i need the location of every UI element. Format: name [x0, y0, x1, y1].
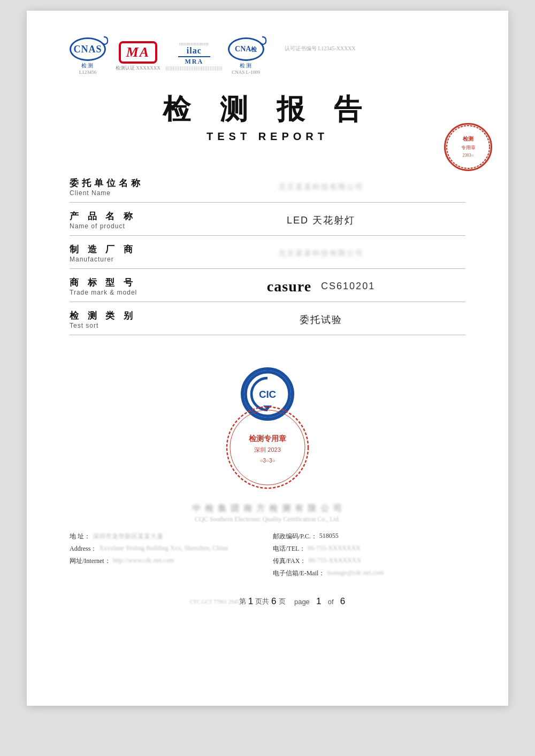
bottom-bar: CTC GCT 77901 2945 第 1 页共 6 页 page 1 of … — [190, 591, 345, 607]
web-row: 网址/Internet： http://www.cdc.net.com — [70, 557, 262, 566]
info-table: 委托单位名称 Client Name 北京某某科技有限公司 产 品 名 称 Na… — [70, 169, 465, 335]
manufacturer-value: 北京某某科技有限公司 — [177, 243, 465, 263]
cna2-sub: 检测 — [240, 62, 253, 70]
cna2-logo: CNA检 检测 CNAS L-1009 — [228, 37, 264, 75]
address-en-label: Address： — [70, 544, 97, 553]
svg-text:检测专用章: 检测专用章 — [248, 434, 286, 443]
manufacturer-label: 制 造 厂 商 Manufacturer — [70, 243, 177, 263]
fax-value: 86-755-XXXXXXX — [308, 557, 465, 566]
client-name-label: 委托单位名称 Client Name — [70, 177, 177, 197]
footer-section: CIC 检测专用章 深圳 2023 ○3○3○ 中 检 集 团 南 方 检 测 … — [70, 367, 465, 607]
company-en: CQC Southern Electronic Quality Certific… — [70, 515, 465, 523]
email-value: manage@cdc.net.com — [327, 569, 465, 578]
address-en-row: Address： Xxxxlane Testing Building Xxx, … — [70, 544, 262, 553]
company-name: 中 检 集 团 南 方 检 测 有 限 公 司 CQC Southern Ele… — [70, 503, 465, 523]
page-num-en: 1 — [316, 596, 321, 607]
address-value: 深圳市龙华新区某某大厦 — [93, 532, 262, 541]
of-label-cn: 页共 — [255, 597, 269, 606]
postcode-label: 邮政编码/P.C.： — [273, 532, 317, 541]
report-title: 检 测 报 告 TEST REPORT — [70, 91, 465, 143]
brand-model: CS610201 — [321, 281, 375, 292]
title-en: TEST REPORT — [70, 130, 465, 143]
manufacturer-row: 制 造 厂 商 Manufacturer 北京某某科技有限公司 — [70, 236, 465, 269]
svg-text:深圳 2023: 深圳 2023 — [254, 446, 281, 453]
title-cn: 检 测 报 告 — [70, 91, 465, 128]
page-number: 1 — [248, 596, 253, 607]
page-unit: 页 — [279, 597, 286, 606]
brand-name: casure — [267, 278, 311, 295]
cnas-text: CNAS — [73, 44, 102, 55]
accred-number: 认可证书编号 L12345-XXXXX — [285, 45, 356, 52]
email-row: 电子信箱/E-Mail： manage@cdc.net.com — [273, 569, 465, 578]
test-sort-value: 委托试验 — [177, 310, 465, 329]
svg-text:检测: 检测 — [462, 136, 473, 142]
total-pages: 6 — [271, 596, 276, 607]
bottom-code: CTC GCT 77901 2945 — [190, 599, 239, 605]
cic-logo: CIC 检测专用章 深圳 2023 ○3○3○ — [225, 367, 310, 492]
header-logos: CNAS 检测 L123456 MA 检测认证 XXXXXXX ||||||||… — [70, 37, 465, 75]
page-en-label: page — [294, 598, 310, 606]
total-en: 6 — [340, 596, 345, 607]
svg-marker-1 — [261, 43, 263, 45]
company-cn: 中 检 集 团 南 方 检 测 有 限 公 司 — [70, 503, 465, 514]
svg-text:○3○3○: ○3○3○ — [259, 458, 275, 464]
trademark-row: 商 标 型 号 Trade mark & model casure CS6102… — [70, 269, 465, 302]
ilac-logo: ||||||||||||||||||||||| ilac MRA |||||||… — [170, 41, 218, 72]
page-label: 第 — [239, 597, 246, 606]
ilac-text: ilac — [187, 46, 202, 56]
test-sort-row: 检 测 类 别 Test sort 委托试验 — [70, 302, 465, 335]
cna2-text: CNA检 — [235, 45, 257, 53]
address-block: 地 址： 深圳市龙华新区某某大厦 邮政编码/P.C.： 518055 Addre… — [70, 532, 465, 578]
product-name-value: LED 天花射灯 — [177, 210, 465, 230]
of-text: of — [328, 598, 334, 606]
web-label: 网址/Internet： — [70, 557, 111, 566]
fax-label: 传真/FAX： — [273, 557, 306, 566]
svg-text:CIC: CIC — [259, 389, 276, 400]
product-name-row: 产 品 名 称 Name of product LED 天花射灯 — [70, 203, 465, 236]
ma-logo: MA 检测认证 XXXXXXX — [116, 41, 160, 72]
tel-value: 86-755-XXXXXXX — [308, 544, 465, 553]
fax-row: 传真/FAX： 86-755-XXXXXXX — [273, 557, 465, 566]
tel-label: 电话/TEL： — [273, 544, 305, 553]
ma-text: MA — [126, 44, 150, 60]
address-row: 地 址： 深圳市龙华新区某某大厦 — [70, 532, 262, 541]
product-name-label: 产 品 名 称 Name of product — [70, 210, 177, 230]
report-page: CNAS 检测 L123456 MA 检测认证 XXXXXXX ||||||||… — [27, 11, 508, 706]
tel-row: 电话/TEL： 86-755-XXXXXXX — [273, 544, 465, 553]
web-value: http://www.cdc.net.com — [113, 557, 262, 566]
svg-text:专用章: 专用章 — [461, 145, 476, 150]
client-name-row: 委托单位名称 Client Name 北京某某科技有限公司 — [70, 169, 465, 203]
client-name-value: 北京某某科技有限公司 — [177, 177, 465, 197]
test-sort-label: 检 测 类 别 Test sort — [70, 310, 177, 329]
svg-text:2303○: 2303○ — [463, 153, 474, 158]
cnas-sub: 检测 — [81, 62, 94, 70]
cnas-logo: CNAS 检测 L123456 — [70, 37, 106, 75]
seal-stamp-top: 检测 专用章 2303○ — [444, 123, 492, 171]
address-label: 地 址： — [70, 532, 90, 541]
trademark-value: casure CS610201 — [177, 276, 465, 296]
address-en-value: Xxxxlane Testing Building Xxx, Shenzhen,… — [99, 544, 262, 553]
postcode-value: 518055 — [319, 532, 465, 541]
email-label: 电子信箱/E-Mail： — [273, 569, 325, 578]
svg-marker-0 — [102, 43, 105, 45]
trademark-label: 商 标 型 号 Trade mark & model — [70, 276, 177, 296]
page-info: 第 1 页共 6 页 page 1 of 6 — [239, 596, 346, 607]
postcode-row: 邮政编码/P.C.： 518055 — [273, 532, 465, 541]
